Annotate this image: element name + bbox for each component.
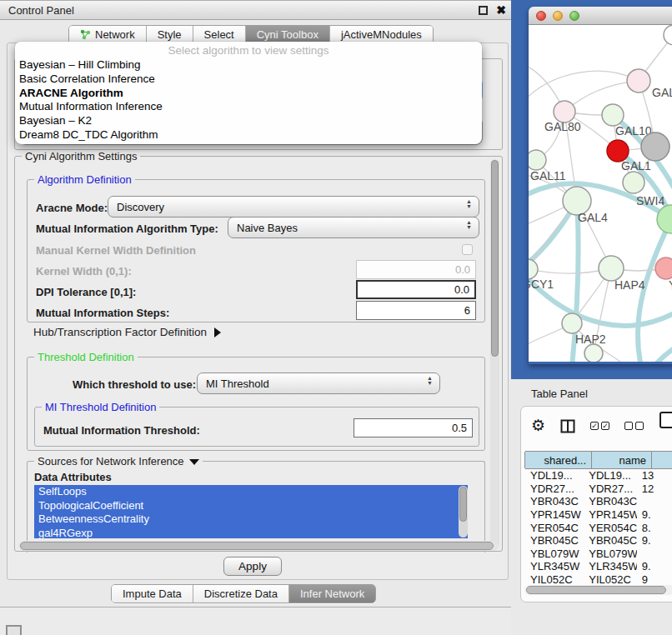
network-node-hap2[interactable] [562, 313, 582, 333]
mac-minimize-icon[interactable] [553, 11, 563, 21]
gear-icon[interactable]: ⚙ [531, 418, 545, 434]
attributes-vscrollbar[interactable] [459, 486, 468, 538]
settings-hscrollbar[interactable] [18, 541, 499, 551]
table-cell: YBR045C [525, 534, 584, 547]
sources-group-title[interactable]: Sources for Network Inference [34, 455, 203, 468]
dropdown-option-basic-correlation-inference[interactable]: Basic Correlation Inference [15, 72, 482, 87]
bottom-tab-impute-data[interactable]: Impute Data [112, 585, 193, 602]
which-threshold-label: Which threshold to use: [73, 378, 196, 391]
table-row[interactable]: YBR045CYBR045C9. [525, 534, 672, 548]
mi-threshold-definition-title: MI Threshold Definition [42, 401, 159, 413]
dropdown-option-bayesian-hill-climbing[interactable]: Bayesian – Hill Climbing [15, 58, 482, 72]
sources-group: Sources for Network Inference Data Attri… [27, 461, 485, 552]
manual-kernel-width-label: Manual Kernel Width Definition [36, 244, 196, 257]
column-header-shared[interactable]: shared... [524, 452, 592, 468]
tab-select[interactable]: Select [193, 26, 246, 43]
threshold-definition-title: Threshold Definition [34, 351, 138, 363]
bottom-tab-discretize-data[interactable]: Discretize Data [193, 585, 289, 602]
table-cell: YIL052C [584, 573, 636, 585]
panel-corner-icon[interactable] [6, 625, 22, 635]
table-row[interactable]: YPR145WYPR145W9. [525, 508, 672, 522]
network-node-hap4[interactable] [599, 256, 624, 281]
table-row[interactable]: YDR27...YDR27...12 [525, 482, 672, 496]
threshold-definition-group: Threshold Definition Which threshold to … [27, 357, 485, 451]
columns-icon[interactable] [560, 419, 575, 433]
mac-zoom-icon[interactable] [569, 11, 579, 21]
network-node-swi4[interactable] [623, 172, 644, 193]
data-attributes-list[interactable]: SelfLoopsTopologicalCoefficientBetweenne… [34, 485, 468, 538]
close-icon[interactable]: ✖ [496, 4, 506, 16]
table-cell: YDR27... [525, 482, 584, 495]
table-row[interactable]: YIL052CYIL052C9 [525, 573, 672, 585]
network-node[interactable] [584, 344, 603, 362]
attribute-item-selfloops[interactable]: SelfLoops [34, 485, 468, 499]
tab-style[interactable]: Style [147, 26, 193, 43]
network-node-y[interactable] [655, 258, 672, 279]
which-threshold-combobox[interactable]: MI Threshold ▲▼ [197, 372, 440, 394]
table-row[interactable]: YBR043CYBR043C [525, 495, 672, 508]
cyni-algorithm-settings-group: Cyni Algorithm Settings Algorithm Defini… [14, 156, 503, 552]
table-cell: 12 [637, 482, 672, 495]
attribute-item-betweennesscentrality[interactable]: BetweennessCentrality [34, 512, 468, 527]
mi-algorithm-type-value: Naive Bayes [237, 222, 298, 234]
dropdown-option-bayesian-k2[interactable]: Bayesian – K2 [15, 114, 482, 128]
network-node-gal10[interactable] [602, 104, 624, 126]
attribute-item-topologicalcoefficient[interactable]: TopologicalCoefficient [34, 499, 468, 513]
tab-network[interactable]: Network [69, 26, 147, 43]
table-hscrollbar-thumb[interactable] [526, 586, 666, 594]
algorithm-dropdown-popup: Select algorithm to view settings Bayesi… [15, 42, 482, 144]
document-icon[interactable] [659, 412, 672, 428]
aracne-mode-label: Aracne Mode: [36, 202, 108, 214]
mac-close-icon[interactable] [536, 11, 546, 21]
table-rows: YDL19...YDL19...13YDR27...YDR27...12YBR0… [525, 469, 672, 585]
apply-button[interactable]: Apply [223, 557, 282, 576]
settings-vscrollbar[interactable] [490, 159, 499, 549]
bottom-tab-infer-network[interactable]: Infer Network [289, 585, 375, 602]
select-all-icon[interactable]: ✓✓ [590, 422, 609, 430]
table-panel-title: Table Panel [531, 388, 588, 400]
table-cell: YLR345W [525, 560, 584, 572]
tab-jactivemnodules[interactable]: jActiveMNodules [330, 26, 433, 43]
node-label-gal: GAL [652, 86, 672, 99]
dropdown-option-aracne-algorithm[interactable]: ARACNE Algorithm [15, 87, 482, 101]
network-node[interactable] [641, 132, 669, 161]
settings-hscrollbar-thumb[interactable] [20, 542, 494, 550]
float-window-icon[interactable] [479, 6, 488, 15]
table-cell: YLR345W [584, 560, 636, 572]
kernel-width-input[interactable]: 0.0 [356, 260, 476, 279]
dpi-tolerance-input[interactable]: 0.0 [356, 280, 476, 299]
deselect-all-icon[interactable] [624, 422, 644, 430]
table-hscrollbar[interactable] [524, 585, 672, 595]
table-row[interactable]: YLR345WYLR345W9. [525, 560, 672, 573]
tab-cyni-toolbox[interactable]: Cyni Toolbox [246, 26, 330, 43]
network-node[interactable] [664, 25, 672, 45]
table-cell: 8. [637, 522, 672, 534]
aracne-mode-combobox[interactable]: Discovery ▲▼ [108, 196, 479, 218]
table-row[interactable]: YBL079WYBL079W [525, 548, 672, 561]
screen: Control Panel ✖ NetworkStyleSelectCyni T… [0, 0, 672, 635]
mi-steps-input[interactable]: 6 [356, 301, 476, 320]
network-node-gal[interactable] [627, 69, 650, 92]
table-row[interactable]: YER054CYER054C8. [525, 521, 672, 534]
node-label-swi4: SWI4 [636, 194, 664, 208]
node-label-hap4: HAP4 [614, 278, 645, 292]
combo-arrows-icon: ▲▼ [466, 199, 472, 209]
hub-definition-expander[interactable]: Hub/Transcription Factor Definition [33, 326, 221, 338]
mi-algorithm-type-combobox[interactable]: Naive Bayes ▲▼ [228, 217, 479, 238]
network-graph: GALGAL80GAL10GAL1GAL11SWI4GAL4GCY1HAP4YH… [529, 25, 672, 362]
network-canvas[interactable]: GALGAL80GAL10GAL1GAL11SWI4GAL4GCY1HAP4YH… [529, 25, 672, 362]
attributes-vscrollbar-thumb[interactable] [459, 487, 467, 522]
table-row[interactable]: YDL19...YDL19...13 [525, 469, 672, 482]
manual-kernel-width-checkbox[interactable] [462, 244, 473, 255]
mi-threshold-input[interactable]: 0.5 [354, 418, 473, 438]
network-node-gal11[interactable] [529, 150, 546, 170]
network-node-gcy1[interactable] [529, 259, 538, 279]
network-window-titlebar[interactable] [529, 7, 672, 25]
table-cell: YPR145W [584, 508, 636, 521]
settings-vscrollbar-thumb[interactable] [491, 160, 499, 357]
column-header-col2[interactable] [651, 452, 672, 468]
dropdown-option-dream8-dc-tdc-algorithm[interactable]: Dream8 DC_TDC Algorithm [15, 128, 482, 142]
dropdown-option-mutual-information-inference[interactable]: Mutual Information Inference [15, 100, 482, 114]
attribute-item-gal4rgexp[interactable]: gal4RGexp [34, 527, 468, 539]
column-header-name[interactable]: name [591, 452, 652, 468]
